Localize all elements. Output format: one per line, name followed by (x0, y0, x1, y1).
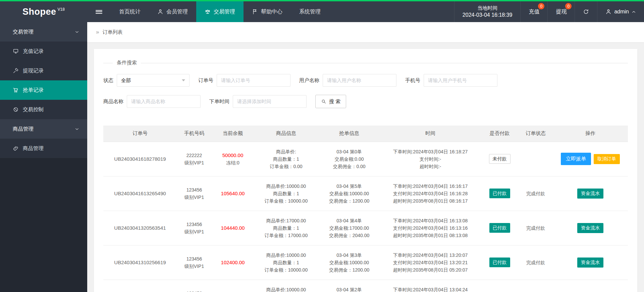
col-paid: 是否付款 (481, 126, 519, 142)
table-row: UB2403041618278019 222222 级别VIP1 50000.0… (103, 142, 628, 176)
grab-line: 交易金额:10000.00 (320, 190, 378, 197)
brand-name: Shopee (22, 7, 56, 17)
search-row-1: 状态 全部 订单号 用户名称 手机 (103, 74, 628, 87)
order-status: 完成付款 (526, 260, 545, 265)
fund-flow-button[interactable]: 资金流水 (577, 189, 603, 199)
table-row: 123456 101200.00 商品单价:10000.00 03-04 第2单 (103, 280, 628, 292)
order-no-input[interactable] (217, 74, 290, 87)
phone-label: 手机号 (405, 77, 420, 84)
fund-flow-button[interactable]: 资金流水 (577, 223, 603, 233)
sidebar-item-label: 充值记录 (23, 48, 44, 55)
nav-item-home-stats[interactable]: 首页统计 (111, 1, 149, 22)
grab-line: 交易佣金：1200.00 (320, 197, 378, 205)
order-time-label: 下单时间 (209, 98, 229, 105)
product-line: 商品数量：1 (256, 259, 316, 266)
time-line: 超时时间:2035年08月01日 08:16:17 (382, 197, 479, 205)
user-icon (157, 9, 163, 15)
grab-line: 交易佣金：2040.00 (320, 232, 378, 239)
refresh-button[interactable] (575, 1, 597, 22)
withdraw-badge: 0 (565, 3, 572, 9)
col-order-no: 订单号 (103, 126, 177, 142)
username: admin (614, 9, 629, 15)
sidebar-item-label: 抢单记录 (23, 87, 44, 94)
withdraw-label: 提现 (556, 8, 567, 15)
grab-line: 交易金额:10000.00 (320, 259, 378, 266)
sidebar-item-label: 商品管理 (23, 145, 44, 152)
sidebar: 交易管理 充值记录 提现记录 抢单记录 交易控制 商品管理 商品管理 (0, 22, 87, 292)
user-level: 级别VIP1 (179, 263, 210, 270)
balance: 104440.00 (214, 224, 252, 232)
user-menu[interactable]: admin (597, 1, 644, 22)
paperclip-icon (13, 145, 19, 151)
chevron-up-icon (632, 10, 636, 14)
order-status: 完成付款 (526, 191, 545, 196)
sidebar-group-products[interactable]: 商品管理 (0, 119, 87, 139)
status-select[interactable]: 全部 (117, 74, 190, 87)
col-order-status: 订单状态 (519, 126, 553, 142)
local-time-block: 当地时间 2024-03-04 16:18:39 (454, 1, 521, 22)
sidebar-item-withdraw-records[interactable]: 提现记录 (0, 61, 87, 80)
sidebar-item-trade-control[interactable]: 交易控制 (0, 100, 87, 119)
user-name-input[interactable] (323, 74, 396, 87)
recharge-button[interactable]: 充值 0 (520, 1, 547, 22)
grab-line: 交易佣金：0.00 (320, 163, 378, 170)
local-time-label: 当地时间 (477, 4, 497, 11)
recharge-label: 充值 (529, 8, 539, 15)
withdraw-button[interactable]: 提现 0 (547, 1, 575, 22)
col-balance: 当前余额 (212, 126, 254, 142)
hammer-icon (13, 68, 19, 74)
row-actions: 资金流水 (555, 258, 626, 268)
order-number: UB2403041310256619 (114, 260, 166, 265)
top-nav: 首页统计 会员管理 交易管理 帮助中心 系统管理 (111, 1, 329, 22)
sidebar-item-grab-records[interactable]: 抢单记录 (0, 80, 87, 100)
main-area: » 订单列表 条件搜索 状态 全部 订单号 (87, 22, 644, 292)
product-line: 商品单价:10000.00 (256, 286, 316, 292)
order-number: UB2403041613265490 (114, 191, 166, 196)
col-product-info: 商品信息 (254, 126, 318, 142)
product-name-input[interactable] (127, 95, 201, 108)
flag-icon (252, 9, 258, 15)
product-line: 订单金额：10000.00 (256, 266, 316, 274)
nav-item-system[interactable]: 系统管理 (291, 1, 329, 22)
cart-icon (13, 87, 19, 93)
scale-icon (205, 9, 211, 15)
phone-input[interactable] (424, 74, 497, 87)
nav-item-help-center[interactable]: 帮助中心 (244, 1, 291, 22)
phone-number: 123456 (179, 221, 210, 228)
table-row: UB2403041320563541 123456 级别VIP1 104440.… (103, 211, 628, 245)
time-line: 超时时间:2035年08月01日 08:13:08 (382, 232, 479, 239)
cancel-order-button[interactable]: 取消订单 (594, 154, 620, 164)
content: 条件搜索 状态 全部 订单号 用户名称 (87, 42, 644, 292)
time-line: 下单时间:2024年03月04日 13:04:24 (382, 286, 479, 292)
sidebar-group-trade[interactable]: 交易管理 (0, 22, 87, 42)
sidebar-group-label: 商品管理 (13, 126, 34, 133)
nav-label: 首页统计 (119, 8, 141, 15)
menu-toggle-button[interactable] (87, 1, 111, 22)
search-row-2: 商品名称 下单时间 搜 索 (103, 95, 628, 108)
user-name-group: 用户名称 (299, 74, 396, 87)
order-time-input[interactable] (233, 95, 307, 108)
sidebar-item-recharge-records[interactable]: 充值记录 (0, 42, 87, 61)
dispatch-button[interactable]: 立即派单 (561, 153, 591, 165)
hamburger-icon (96, 9, 102, 14)
brand-version: V18 (58, 7, 65, 12)
page-title: 订单列表 (102, 29, 122, 35)
product-line: 商品数量：1 (256, 190, 316, 197)
time-line: 下单时间:2024年03月04日 16:16:17 (382, 182, 479, 190)
search-icon (321, 99, 326, 104)
order-list-card: 条件搜索 状态 全部 订单号 用户名称 (94, 49, 637, 292)
phone-number: 123456 (179, 186, 210, 194)
nav-item-members[interactable]: 会员管理 (149, 1, 196, 22)
col-phone: 手机号码 (177, 126, 212, 142)
nav-item-trade[interactable]: 交易管理 (196, 1, 244, 22)
time-line: 支付时间:2024年03月04日 13:20:21 (382, 259, 479, 266)
order-number: UB2403041320563541 (114, 225, 166, 231)
grab-line: 03-04 第0单 (320, 148, 378, 155)
search-button[interactable]: 搜 索 (315, 95, 346, 108)
orders-table: 订单号 手机号码 当前余额 商品信息 抢单信息 时间 是否付款 订单状态 操作 (103, 126, 628, 292)
sidebar-item-product-management[interactable]: 商品管理 (0, 139, 87, 158)
product-line: 商品单价: (256, 148, 316, 155)
nav-label: 会员管理 (166, 8, 188, 15)
status-value: 全部 (121, 77, 131, 84)
fund-flow-button[interactable]: 资金流水 (577, 258, 603, 268)
